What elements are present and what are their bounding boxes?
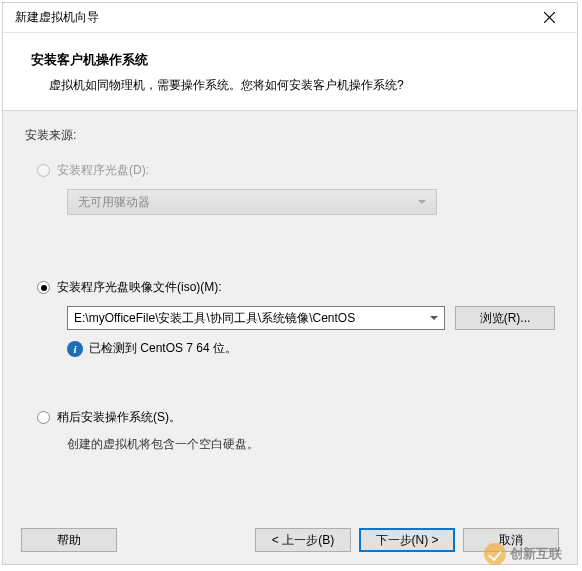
disc-dropdown: 无可用驱动器	[67, 189, 437, 215]
titlebar: 新建虚拟机向导	[3, 3, 577, 33]
info-text: 已检测到 CentOS 7 64 位。	[89, 340, 237, 357]
radio-later[interactable]	[37, 411, 50, 424]
radio-option-disc: 安装程序光盘(D):	[37, 162, 555, 179]
iso-row: E:\myOfficeFile\安装工具\协同工具\系统镜像\CentOS 浏览…	[67, 306, 555, 330]
cancel-button[interactable]: 取消	[463, 528, 559, 552]
header-section: 安装客户机操作系统 虚拟机如同物理机，需要操作系统。您将如何安装客户机操作系统?	[3, 33, 577, 111]
wizard-window: 新建虚拟机向导 安装客户机操作系统 虚拟机如同物理机，需要操作系统。您将如何安装…	[2, 2, 578, 565]
info-row: i 已检测到 CentOS 7 64 位。	[67, 340, 555, 357]
window-title: 新建虚拟机向导	[11, 9, 529, 26]
later-note: 创建的虚拟机将包含一个空白硬盘。	[67, 436, 555, 453]
chevron-down-icon	[425, 308, 443, 328]
iso-path-dropdown[interactable]: E:\myOfficeFile\安装工具\协同工具\系统镜像\CentOS	[67, 306, 445, 330]
close-icon	[544, 12, 555, 23]
iso-path-text: E:\myOfficeFile\安装工具\协同工具\系统镜像\CentOS	[74, 310, 355, 327]
disc-dropdown-text: 无可用驱动器	[78, 194, 150, 211]
info-icon: i	[67, 341, 83, 357]
radio-option-iso[interactable]: 安装程序光盘映像文件(iso)(M):	[37, 279, 555, 296]
browse-button[interactable]: 浏览(R)...	[455, 306, 555, 330]
page-title: 安装客户机操作系统	[31, 51, 553, 69]
back-button[interactable]: < 上一步(B)	[255, 528, 351, 552]
content-area: 安装来源: 安装程序光盘(D): 无可用驱动器 安装程序光盘映像文件(iso)(…	[3, 111, 577, 529]
help-button[interactable]: 帮助	[21, 528, 117, 552]
radio-iso[interactable]	[37, 281, 50, 294]
source-label: 安装来源:	[25, 127, 555, 144]
footer: 帮助 < 上一步(B) 下一步(N) > 取消	[3, 516, 577, 564]
close-button[interactable]	[529, 4, 569, 32]
page-description: 虚拟机如同物理机，需要操作系统。您将如何安装客户机操作系统?	[31, 77, 553, 94]
radio-iso-label: 安装程序光盘映像文件(iso)(M):	[57, 279, 222, 296]
next-button[interactable]: 下一步(N) >	[359, 528, 455, 552]
radio-option-later[interactable]: 稍后安装操作系统(S)。	[37, 409, 555, 426]
radio-group: 安装程序光盘(D): 无可用驱动器 安装程序光盘映像文件(iso)(M): E:…	[25, 162, 555, 453]
radio-later-label: 稍后安装操作系统(S)。	[57, 409, 181, 426]
radio-disc	[37, 164, 50, 177]
radio-disc-label: 安装程序光盘(D):	[57, 162, 149, 179]
